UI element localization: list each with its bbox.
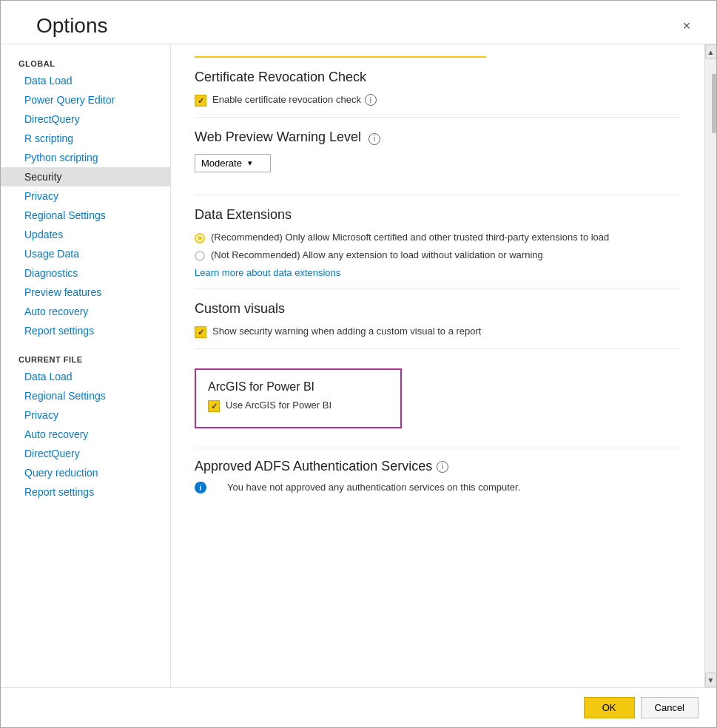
data-ext-radio1-label: (Recommended) Only allow Microsoft certi… [211, 232, 609, 243]
sidebar-item-report-settings-file[interactable]: Report settings [1, 482, 170, 502]
arcgis-checkbox-label: Use ArcGIS for Power BI [226, 400, 331, 411]
cert-revocation-row: Enable certificate revocation check i [195, 94, 681, 107]
dialog-title: Options [36, 14, 108, 38]
arcgis-checkbox[interactable] [208, 400, 220, 412]
dialog-footer: OK Cancel [1, 687, 716, 727]
web-preview-dropdown[interactable]: Moderate [195, 154, 271, 172]
custom-visuals-row: Show security warning when adding a cust… [195, 326, 681, 338]
sidebar-item-r-scripting[interactable]: R scripting [1, 129, 170, 148]
sidebar-item-privacy-file[interactable]: Privacy [1, 405, 170, 425]
global-section-label: GLOBAL [1, 53, 170, 71]
custom-visuals-checkbox[interactable] [195, 326, 206, 338]
sidebar-item-report-settings-global[interactable]: Report settings [1, 321, 170, 340]
dialog-header: Options × [1, 1, 716, 44]
divider-3 [195, 289, 681, 289]
sidebar-item-data-load[interactable]: Data Load [1, 71, 170, 90]
arcgis-checkbox-row: Use ArcGIS for Power BI [208, 400, 388, 412]
custom-visuals-title: Custom visuals [195, 301, 681, 317]
web-preview-dropdown-value: Moderate [201, 158, 242, 169]
sidebar-item-query-reduction[interactable]: Query reduction [1, 463, 170, 482]
custom-visuals-label: Show security warning when adding a cust… [212, 326, 481, 337]
cert-revocation-checkbox[interactable] [195, 95, 206, 107]
sidebar-item-regional-settings-file[interactable]: Regional Settings [1, 386, 170, 405]
current-file-section-label: CURRENT FILE [1, 349, 170, 367]
top-divider [195, 56, 486, 58]
options-dialog: Options × GLOBAL Data Load Power Query E… [0, 0, 717, 728]
data-ext-radio2[interactable] [195, 251, 205, 261]
sidebar-item-power-query-editor[interactable]: Power Query Editor [1, 90, 170, 109]
divider-2 [195, 195, 681, 195]
adfs-info-icon: i [437, 461, 448, 473]
adfs-title: Approved ADFS Authentication Services [195, 459, 432, 474]
sidebar-item-preview-features[interactable]: Preview features [1, 283, 170, 302]
sidebar-item-regional-settings[interactable]: Regional Settings [1, 206, 170, 225]
adfs-info-text: You have not approved any authentication… [227, 482, 520, 493]
sidebar: GLOBAL Data Load Power Query Editor Dire… [1, 44, 171, 687]
sidebar-item-updates[interactable]: Updates [1, 225, 170, 244]
data-ext-radio1[interactable] [195, 233, 205, 243]
sidebar-item-data-load-file[interactable]: Data Load [1, 367, 170, 386]
sidebar-item-auto-recovery-file[interactable]: Auto recovery [1, 425, 170, 444]
scrollbar: ▲ ▼ [704, 44, 716, 687]
adfs-info-row: i You have not approved any authenticati… [195, 482, 681, 493]
divider-5 [195, 448, 681, 448]
cancel-button[interactable]: Cancel [641, 697, 699, 718]
scroll-area: Certificate Revocation Check Enable cert… [171, 44, 716, 687]
cert-revocation-title: Certificate Revocation Check [195, 70, 681, 85]
data-ext-learn-more-link[interactable]: Learn more about data extensions [195, 267, 681, 278]
sidebar-item-usage-data[interactable]: Usage Data [1, 244, 170, 263]
sidebar-item-security[interactable]: Security [1, 167, 170, 186]
ok-button[interactable]: OK [584, 697, 635, 718]
web-preview-title-text: Web Preview Warning Level [195, 129, 361, 144]
sidebar-item-directquery[interactable]: DirectQuery [1, 109, 170, 129]
dialog-body: GLOBAL Data Load Power Query Editor Dire… [1, 44, 716, 687]
data-ext-radio1-row: (Recommended) Only allow Microsoft certi… [195, 232, 681, 243]
sidebar-item-directquery-file[interactable]: DirectQuery [1, 444, 170, 463]
adfs-header: Approved ADFS Authentication Services i [195, 459, 681, 474]
scroll-thumb [712, 74, 717, 133]
sidebar-item-privacy[interactable]: Privacy [1, 186, 170, 206]
arcgis-title: ArcGIS for Power BI [208, 380, 388, 394]
data-extensions-title: Data Extensions [195, 207, 681, 223]
divider-1 [195, 117, 681, 118]
scroll-down-arrow[interactable]: ▼ [705, 673, 717, 687]
scroll-up-arrow[interactable]: ▲ [705, 44, 717, 59]
cert-revocation-info-icon: i [365, 94, 377, 106]
close-button[interactable]: × [675, 14, 699, 38]
main-content: Certificate Revocation Check Enable cert… [171, 44, 704, 687]
adfs-blue-info-icon: i [195, 482, 206, 493]
web-preview-title: Web Preview Warning Level i [195, 129, 681, 145]
data-ext-radio2-row: (Not Recommended) Allow any extension to… [195, 249, 681, 261]
sidebar-item-auto-recovery-global[interactable]: Auto recovery [1, 302, 170, 321]
sidebar-item-diagnostics[interactable]: Diagnostics [1, 263, 170, 283]
web-preview-info-icon: i [368, 133, 380, 145]
data-ext-radio2-label: (Not Recommended) Allow any extension to… [211, 249, 543, 260]
sidebar-item-python-scripting[interactable]: Python scripting [1, 148, 170, 167]
cert-revocation-label: Enable certificate revocation check [212, 94, 361, 105]
arcgis-box: ArcGIS for Power BI Use ArcGIS for Power… [195, 368, 402, 428]
divider-4 [195, 348, 681, 349]
